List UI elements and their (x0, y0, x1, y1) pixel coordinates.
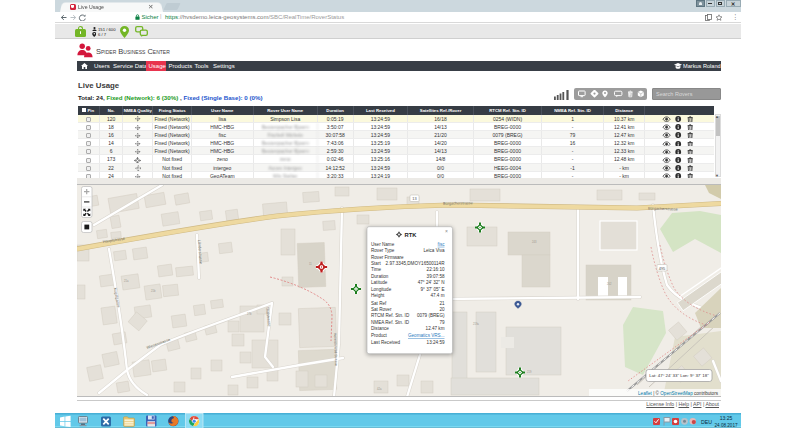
svg-text:495: 495 (659, 266, 666, 271)
svg-text:219: 219 (527, 370, 532, 374)
svg-text:202: 202 (607, 282, 612, 286)
svg-text:Last Received: Last Received (371, 340, 401, 345)
svg-text:fisc: fisc (438, 242, 446, 247)
svg-text:13:25: 13:25 (720, 415, 733, 421)
svg-text:0079 (BREG): 0079 (BREG) (417, 314, 445, 319)
svg-text:Duration: Duration (371, 274, 389, 279)
svg-text:13:24:59: 13:24:59 (427, 340, 445, 345)
svg-text:22:16:10: 22:16:10 (427, 268, 445, 273)
svg-text:Geomatics VRS...: Geomatics VRS... (408, 333, 445, 338)
svg-text:Latitude: Latitude (371, 280, 388, 285)
svg-text:Longitude: Longitude (371, 287, 392, 292)
svg-text:219a: 219a (473, 322, 479, 326)
svg-text:Start: Start (371, 261, 381, 266)
svg-text:13: 13 (412, 196, 417, 201)
svg-text:9° 37' 05" E: 9° 37' 05" E (420, 287, 444, 292)
svg-text:12.47 km: 12.47 km (426, 326, 445, 331)
svg-text:RTCM Ref. Stn. ID: RTCM Ref. Stn. ID (371, 314, 410, 319)
svg-text:Distance: Distance (371, 326, 389, 331)
svg-text:Product: Product (371, 333, 388, 338)
svg-text:Time: Time (371, 268, 381, 273)
svg-text:Lat: 47° 24' 33" Lon: 9° 37' 1: Lat: 47° 24' 33" Lon: 9° 37' 18" (649, 374, 709, 379)
svg-text:Rover Type: Rover Type (371, 248, 395, 253)
svg-text:39:07:58: 39:07:58 (427, 274, 445, 279)
svg-text:Sat Rover: Sat Rover (371, 307, 392, 312)
svg-text:DEU: DEU (701, 418, 712, 424)
svg-text:47.4 m: 47.4 m (430, 293, 444, 298)
svg-text:Bürgacherstrasse: Bürgacherstrasse (443, 202, 473, 207)
svg-text:User Name: User Name (371, 242, 395, 247)
svg-text:Leica Viva: Leica Viva (423, 248, 445, 253)
svg-text:243: 243 (532, 240, 537, 244)
svg-text:27b: 27b (247, 312, 252, 316)
svg-text:79: 79 (439, 320, 445, 325)
svg-text:RTK: RTK (405, 232, 418, 238)
svg-text:24.08.2017: 24.08.2017 (715, 422, 738, 427)
svg-text:47° 24' 32" N: 47° 24' 32" N (418, 280, 445, 285)
svg-text:Leaflet | © OpenStreetMap cont: Leaflet | © OpenStreetMap contributors (638, 390, 719, 396)
svg-text:21: 21 (439, 301, 445, 306)
svg-text:×: × (445, 228, 448, 234)
svg-text:2.97.3345,DMOY16500114R: 2.97.3345,DMOY16500114R (386, 261, 446, 266)
svg-text:NMEA Ref. Stn. ID: NMEA Ref. Stn. ID (371, 320, 410, 325)
svg-text:21b: 21b (151, 289, 156, 293)
svg-text:Height: Height (371, 293, 385, 298)
svg-text:20: 20 (439, 307, 445, 312)
svg-text:21a: 21a (124, 279, 129, 283)
svg-text:Sat Ref: Sat Ref (371, 301, 387, 306)
svg-text:42a: 42a (377, 387, 382, 391)
svg-text:Rover Firmware: Rover Firmware (371, 255, 404, 260)
